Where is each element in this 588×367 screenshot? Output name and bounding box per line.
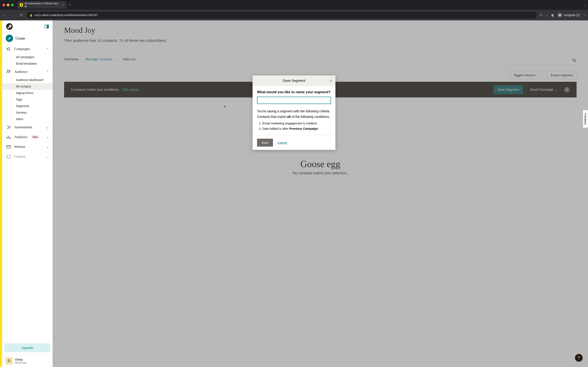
nav-sub-segments[interactable]: Segments xyxy=(2,103,52,109)
new-tab-button[interactable]: + xyxy=(69,3,71,7)
svg-rect-9 xyxy=(7,155,10,158)
nav-sub-signup-forms[interactable]: Signup forms xyxy=(2,90,52,96)
condition-1: Email marketing engagement is medium xyxy=(262,121,331,126)
modal-title: Save Segment xyxy=(283,79,305,83)
modal-header: Save Segment × xyxy=(252,75,336,86)
svg-point-3 xyxy=(9,25,11,27)
back-button[interactable]: ← xyxy=(2,13,8,17)
maximize-window[interactable] xyxy=(11,4,14,6)
nav-content[interactable]: Content ⌄ xyxy=(2,152,52,161)
chevron-down-icon: ⌄ xyxy=(46,155,49,158)
nav-sub-audience-dashboard[interactable]: Audience dashboard xyxy=(2,77,52,83)
tab-title: All subscribers of Mood Joy | M xyxy=(25,2,59,8)
upgrade-button[interactable]: Upgrade xyxy=(4,343,50,352)
cancel-button[interactable]: Cancel xyxy=(277,141,287,144)
nav-label: Analytics xyxy=(14,135,27,139)
nav-sub-email-templates[interactable]: Email templates xyxy=(2,60,52,67)
website-icon xyxy=(6,144,11,149)
brand-accent-bar xyxy=(0,20,2,367)
user-menu[interactable]: D Daisy Mood Joy xyxy=(2,355,52,367)
panel-icon[interactable]: ◧ xyxy=(552,13,554,17)
chevron-down-icon: ⌄ xyxy=(46,125,49,129)
chevron-down-icon: ⌄ xyxy=(46,145,49,149)
user-org: Mood Joy xyxy=(15,361,26,364)
new-badge: New xyxy=(32,135,39,139)
nav-audience[interactable]: Audience ⌃ xyxy=(2,67,52,77)
chevron-down-icon: ⌄ xyxy=(46,135,49,139)
close-modal-icon[interactable]: × xyxy=(329,78,332,83)
megaphone-icon xyxy=(6,47,11,51)
user-name: Daisy xyxy=(15,358,26,361)
incognito-icon xyxy=(557,13,562,17)
feedback-tab[interactable]: Feedback xyxy=(583,110,588,128)
svg-point-6 xyxy=(7,70,8,71)
browser-titlebar: ✳ All subscribers of Mood Joy | M × + ⌄ xyxy=(0,0,588,10)
browser-toolbar: ← → ⟳ 🔒 us21.admin.mailchimp.com/lists/m… xyxy=(0,10,588,20)
automations-icon xyxy=(6,125,11,130)
mailchimp-logo-icon[interactable] xyxy=(6,23,13,30)
main-content: Mood Joy Your audience has 16 contacts. … xyxy=(53,20,588,367)
help-button[interactable]: ? xyxy=(575,354,583,362)
url-text: us21.admin.mailchimp.com/lists/members?i… xyxy=(35,13,98,17)
favicon-icon: ✳ xyxy=(20,3,23,7)
window-controls xyxy=(2,4,14,6)
criteria-intro: You're saving a segment with the followi… xyxy=(257,108,331,114)
bookmark-icon[interactable]: ☆ xyxy=(545,13,548,17)
chevron-up-icon: ⌃ xyxy=(46,70,49,73)
minimize-window[interactable] xyxy=(7,4,9,6)
sidebar: Create Campaigns ⌃ All campaigns Email t… xyxy=(2,20,53,367)
nav-sub-all-contacts[interactable]: All contacts xyxy=(2,83,52,90)
svg-point-5 xyxy=(8,27,9,29)
nav-sub-inbox[interactable]: Inbox xyxy=(2,116,52,122)
modal-question: What would you like to name your segment… xyxy=(257,90,331,94)
nav-automations[interactable]: Automations ⌄ xyxy=(2,122,52,132)
audience-icon xyxy=(6,69,11,74)
eye-off-icon[interactable]: 👁 xyxy=(539,13,542,17)
browser-tab[interactable]: ✳ All subscribers of Mood Joy | M × xyxy=(17,1,66,8)
svg-rect-8 xyxy=(7,145,10,148)
tabs-dropdown-icon[interactable]: ⌄ xyxy=(583,3,586,7)
close-window[interactable] xyxy=(2,4,5,6)
forward-button[interactable]: → xyxy=(10,13,16,17)
incognito-label: Incognito (2) xyxy=(564,13,580,17)
save-button[interactable]: Save xyxy=(257,139,273,147)
address-bar[interactable]: 🔒 us21.admin.mailchimp.com/lists/members… xyxy=(26,12,537,18)
incognito-badge[interactable]: Incognito (2) xyxy=(557,13,580,17)
bar-chart-icon xyxy=(6,134,11,140)
nav-analytics[interactable]: Analytics New ⌄ xyxy=(2,132,52,142)
avatar: D xyxy=(5,357,13,365)
create-label: Create xyxy=(16,36,25,41)
segment-name-input[interactable] xyxy=(257,97,331,104)
reload-button[interactable]: ⟳ xyxy=(18,13,24,17)
nav-label: Content xyxy=(14,155,25,159)
nav-label: Automations xyxy=(14,125,32,129)
nav-sub-all-campaigns[interactable]: All campaigns xyxy=(2,54,52,60)
svg-point-7 xyxy=(9,71,10,72)
nav-label: Audience xyxy=(14,70,27,74)
criteria-match: Contacts that match all of the following… xyxy=(257,114,331,119)
svg-point-4 xyxy=(10,26,11,26)
create-button[interactable]: Create xyxy=(2,33,52,44)
nav-label: Campaigns xyxy=(14,47,30,51)
nav-sub-tags[interactable]: Tags xyxy=(2,96,52,103)
content-icon xyxy=(6,154,11,159)
nav-label: Website xyxy=(14,145,25,149)
save-segment-modal: Save Segment × What would you like to na… xyxy=(252,75,336,150)
condition-2: Date Added is after Previous Campaign xyxy=(262,126,331,131)
chevron-up-icon: ⌃ xyxy=(46,47,49,50)
collapse-sidebar-icon[interactable] xyxy=(45,25,49,28)
kebab-menu-icon[interactable]: ⋮ xyxy=(583,13,586,17)
nav-campaigns[interactable]: Campaigns ⌃ xyxy=(2,44,52,54)
pencil-icon xyxy=(6,35,13,42)
modal-backdrop[interactable] xyxy=(53,20,588,367)
close-tab-icon[interactable]: × xyxy=(62,3,64,7)
nav-website[interactable]: Website ⌄ xyxy=(2,142,52,152)
lock-icon: 🔒 xyxy=(29,14,33,17)
nav-sub-surveys[interactable]: Surveys xyxy=(2,109,52,116)
